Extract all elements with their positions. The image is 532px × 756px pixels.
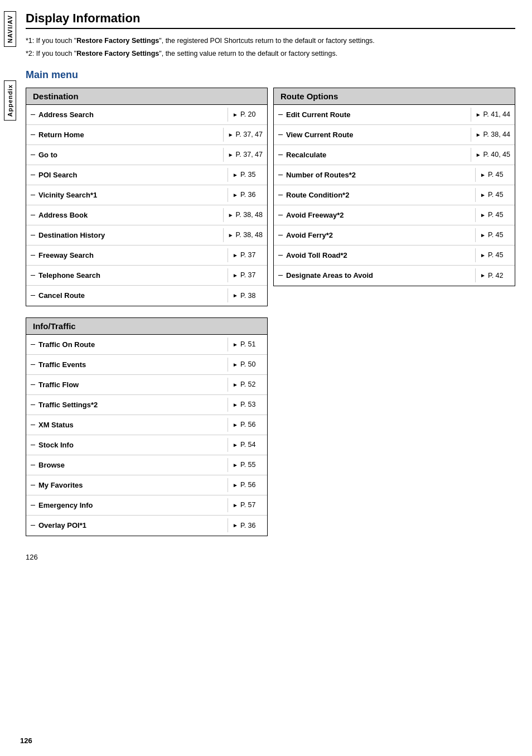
item-label: Address Book (38, 211, 88, 219)
arrow-icon: ► (476, 152, 481, 158)
item-label: Freeway Search (38, 251, 94, 259)
connector-icon (278, 175, 284, 175)
item-page: P. 56 (240, 421, 256, 428)
connector-icon (31, 344, 36, 345)
arrow-icon: ► (480, 192, 486, 198)
connector-icon (278, 134, 284, 135)
route-options-column: Route Options Edit Current Route ► P. 41… (273, 88, 515, 286)
list-item: Designate Areas to Avoid ► P. 42 (274, 266, 515, 286)
list-item: XM Status ► P. 56 (26, 415, 267, 435)
arrow-icon: ► (233, 462, 238, 468)
arrow-icon: ► (233, 422, 238, 428)
arrow-icon: ► (480, 212, 486, 218)
page-number-bottom: 126 (20, 736, 32, 745)
list-item: Avoid Ferry*2 ► P. 45 (274, 225, 515, 245)
connector-icon (278, 255, 284, 256)
list-item: Traffic On Route ► P. 51 (26, 335, 267, 355)
item-label: Traffic Events (38, 360, 86, 369)
connector-icon (31, 505, 36, 505)
note-1: *1: If you touch "Restore Factory Settin… (26, 36, 515, 46)
list-item: Traffic Events ► P. 50 (26, 355, 267, 375)
arrow-icon: ► (233, 382, 238, 388)
item-page: P. 37 (240, 271, 256, 279)
arrow-icon: ► (233, 362, 238, 368)
list-item: Avoid Toll Road*2 ► P. 45 (274, 245, 515, 266)
item-label: Telephone Search (38, 271, 100, 280)
arrow-icon: ► (476, 112, 481, 118)
item-page: P. 45 (488, 171, 504, 179)
list-item: Destination History ► P. 38, 48 (26, 225, 267, 245)
connector-icon (31, 215, 36, 215)
connector-icon (278, 275, 284, 276)
arrow-icon: ► (228, 212, 234, 218)
connector-icon (31, 195, 36, 195)
route-options-header: Route Options (274, 88, 515, 105)
item-page: P. 45 (488, 251, 504, 259)
item-page: P. 50 (240, 360, 256, 368)
connector-icon (31, 235, 36, 235)
item-label: Cancel Route (38, 291, 85, 300)
item-page: P. 56 (240, 481, 256, 489)
arrow-icon: ► (233, 442, 238, 448)
item-label: Overlay POI*1 (38, 521, 86, 529)
item-page: P. 42 (488, 272, 504, 280)
arrow-icon: ► (480, 252, 486, 258)
item-label: Return Home (38, 131, 84, 139)
connector-icon (31, 384, 36, 385)
arrow-icon: ► (228, 152, 234, 158)
list-item: Address Book ► P. 38, 48 (26, 205, 267, 225)
item-label: Stock Info (38, 441, 74, 449)
connector-icon (31, 155, 36, 155)
arrow-icon: ► (233, 502, 238, 508)
connector-icon (31, 525, 36, 526)
page-title: Display Information (26, 11, 515, 29)
item-page: P. 38, 44 (483, 131, 510, 138)
arrow-icon: ► (476, 132, 481, 138)
arrow-icon: ► (233, 252, 238, 258)
arrow-icon: ► (233, 341, 238, 348)
item-page: P. 37, 47 (236, 151, 263, 158)
item-page: P. 45 (488, 211, 504, 219)
item-label: Go to (38, 151, 57, 159)
list-item: Overlay POI*1 ► P. 36 (26, 516, 267, 536)
list-item: Recalculate ► P. 40, 45 (274, 145, 515, 165)
destination-box: Destination Address Search ► P. 20 (26, 88, 268, 306)
item-label: Address Search (38, 110, 94, 119)
item-page: P. 52 (240, 381, 256, 388)
menu-columns: Destination Address Search ► P. 20 (26, 88, 515, 536)
info-traffic-header: Info/Traffic (26, 318, 267, 335)
item-label: My Favorites (38, 481, 83, 489)
route-options-box: Route Options Edit Current Route ► P. 41… (273, 88, 515, 286)
connector-icon (31, 134, 36, 135)
connector-icon (31, 485, 36, 485)
info-traffic-section: Info/Traffic Traffic On Route ► P. 51 (26, 317, 268, 536)
connector-icon (31, 445, 36, 445)
arrow-icon: ► (480, 232, 486, 238)
connector-icon (31, 275, 36, 276)
item-page: P. 38, 48 (236, 231, 263, 239)
item-page: P. 54 (240, 441, 256, 449)
arrow-icon: ► (233, 172, 238, 178)
connector-icon (31, 114, 36, 115)
list-item: Traffic Flow ► P. 52 (26, 375, 267, 395)
main-menu-title: Main menu (26, 69, 515, 81)
item-label: XM Status (38, 421, 74, 429)
side-tabs: NAVI/AV Appendix (0, 0, 20, 756)
item-label: Avoid Freeway*2 (286, 211, 344, 219)
list-item: My Favorites ► P. 56 (26, 475, 267, 495)
list-item: Route Condition*2 ► P. 45 (274, 185, 515, 205)
connector-icon (278, 114, 284, 115)
item-page: P. 38, 48 (236, 211, 263, 219)
item-page: P. 37 (240, 251, 256, 259)
item-label: Traffic Settings*2 (38, 401, 98, 409)
item-page: P. 51 (240, 340, 256, 348)
connector-icon (31, 405, 36, 405)
destination-column: Destination Address Search ► P. 20 (26, 88, 268, 536)
item-page: P. 36 (240, 522, 256, 529)
list-item: Telephone Search ► P. 37 (26, 266, 267, 286)
list-item: Traffic Settings*2 ► P. 53 (26, 395, 267, 415)
item-page: P. 45 (488, 231, 504, 239)
item-page: P. 55 (240, 461, 256, 469)
list-item: Return Home ► P. 37, 47 (26, 125, 267, 145)
item-label: Traffic On Route (38, 340, 95, 349)
